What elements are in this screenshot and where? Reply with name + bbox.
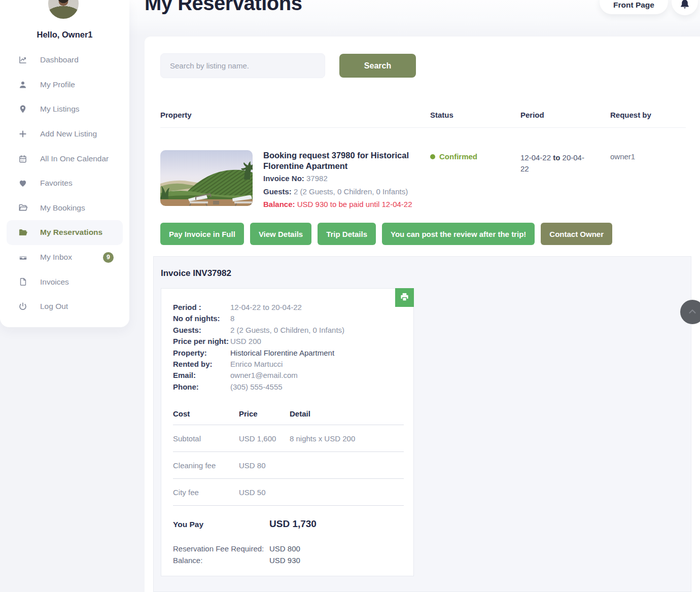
inbox-unread-badge: 9 [103,252,114,263]
sidebar-item-add-new-listing[interactable]: Add New Listing [7,122,123,147]
guests-line: Guests: 2 (2 Guests, 0 Children, 0 Infan… [263,186,418,198]
main-content-card: Search Property Status Period Request by [145,37,700,592]
you-pay-label: You Pay [173,520,269,529]
sidebar-item-label: Dashboard [40,55,79,64]
status-text: Confirmed [439,152,477,161]
detail-value: (305) 555-4555 [230,381,402,393]
cost-detail: 8 nights x USD 200 [290,434,404,443]
detail-label: Guests: [173,325,230,336]
invoice-no-label: Invoice No: [263,174,304,183]
status-dot-icon [430,154,435,159]
plus-icon [18,129,28,139]
you-pay-value: USD 1,730 [269,518,317,530]
calendar-icon [18,154,28,164]
detail-label: Period : [173,302,230,313]
detail-label: No of nights: [173,313,230,324]
detail-row: Price per night:USD 200 [173,336,402,347]
sidebar-item-label: All In One Calendar [40,154,109,163]
sidebar-nav: Dashboard My Profile My Listings Add New… [0,48,129,319]
chevron-up-icon [687,306,698,319]
table-row: Booking request 37980 for Historical Flo… [160,150,686,208]
balance-value: USD 930 to be paid until 12-04-22 [295,200,412,208]
sidebar-item-label: My Profile [40,80,75,89]
cost-row: Cleaning fee USD 80 [173,452,404,479]
invoice-body: Period :12-04-22 to 20-04-22 No of night… [161,289,413,566]
heart-icon [18,178,28,188]
property-photo[interactable] [160,150,253,206]
detail-value: 12-04-22 to 20-04-22 [230,302,402,313]
folder-open-icon [18,203,28,213]
sidebar-item-label: My Listings [40,105,80,114]
cost-detail [290,461,404,470]
cost-table-header: Cost Price Detail [173,409,404,425]
sidebar-item-label: My Reservations [40,228,102,237]
balance-line: Balance: USD 930 to be paid until 12-04-… [263,198,418,211]
sidebar-item-my-profile[interactable]: My Profile [7,73,123,97]
search-button[interactable]: Search [339,54,416,78]
cost-row: City fee USD 50 [173,479,404,506]
folder-open-icon [18,227,28,237]
front-page-button[interactable]: Front Page [600,0,668,14]
contact-owner-button[interactable]: Contact Owner [541,223,612,245]
sidebar-item-label: My Bookings [40,203,85,213]
total-row: Balance:USD 930 [173,555,402,566]
totals-rows: Reservation Fee Required:USD 800 Balance… [173,543,402,566]
post-review-button[interactable]: You can post the review after the trip! [382,223,535,245]
total-value: USD 930 [269,555,300,566]
print-invoice-button[interactable] [395,288,414,307]
page-title: My Reservations [145,0,302,15]
invoice-no-value: 37982 [304,174,328,183]
view-details-button[interactable]: View Details [250,223,311,245]
sidebar-item-dashboard[interactable]: Dashboard [7,48,123,73]
guests-label: Guests: [263,187,292,196]
sidebar-item-my-listings[interactable]: My Listings [7,97,123,122]
invoice-section: Invoice INV37982 Period :12-04-22 to 20-… [153,256,691,592]
detail-label: Rented by: [173,359,230,370]
sidebar-item-log-out[interactable]: Log Out [7,294,123,319]
total-row: Reservation Fee Required:USD 800 [173,543,402,554]
guests-value: 2 (2 Guests, 0 Children, 0 Infants) [292,187,408,196]
row-actions: Pay Invoice in Full View Details Trip De… [160,223,612,245]
sidebar-item-label: Favorites [40,179,73,188]
detail-value: owner1@email.com [230,370,402,381]
column-header-status: Status [430,111,453,119]
sidebar-item-favorites[interactable]: Favorites [7,171,123,196]
avatar[interactable] [47,0,80,20]
booking-title[interactable]: Booking request 37980 for Historical Flo… [263,150,418,171]
trip-details-button[interactable]: Trip Details [318,223,376,245]
chart-line-icon [18,55,28,65]
sidebar: Hello, Owner1 Dashboard My Profile My Li… [0,0,129,327]
sidebar-item-my-reservations[interactable]: My Reservations [7,220,123,245]
you-pay-row: You Pay USD 1,730 [173,518,402,530]
pay-invoice-button[interactable]: Pay Invoice in Full [160,223,244,245]
reservations-table-header: Property Status Period Request by [160,111,686,128]
detail-row: Rented by:Enrico Martucci [173,359,402,370]
cost-price: USD 80 [239,461,290,470]
booking-info: Booking request 37980 for Historical Flo… [263,150,418,211]
sidebar-item-invoices[interactable]: Invoices [7,269,123,294]
detail-label: Property: [173,347,230,359]
invoice-no-line: Invoice No: 37982 [263,172,418,185]
user-icon [18,80,28,90]
detail-row: Period :12-04-22 to 20-04-22 [173,302,402,313]
sidebar-item-label: Add New Listing [40,129,97,138]
total-value: USD 800 [269,543,300,554]
detail-value: Enrico Martucci [230,359,402,370]
sidebar-item-my-inbox[interactable]: My Inbox 9 [7,245,123,270]
sidebar-item-all-in-one-calendar[interactable]: All In One Calendar [7,146,123,171]
detail-row: Property:Historical Florentine Apartment [173,347,402,359]
cost-name: Subtotal [173,434,239,443]
detail-value: 2 (2 Guests, 0 Children, 0 Infants) [230,325,402,336]
sidebar-greeting: Hello, Owner1 [0,30,129,40]
search-input[interactable] [160,53,325,78]
request-by-cell: owner1 [610,152,635,161]
period-start: 12-04-22 [520,153,553,162]
sidebar-item-label: Log Out [40,302,68,311]
sidebar-item-label: My Inbox [40,253,72,262]
column-header-period: Period [520,111,544,119]
column-header-property: Property [160,111,192,119]
cost-name: Cleaning fee [173,461,239,470]
bell-icon [679,0,691,12]
sidebar-item-my-bookings[interactable]: My Bookings [7,196,123,221]
detail-row: No of nights:8 [173,313,402,324]
